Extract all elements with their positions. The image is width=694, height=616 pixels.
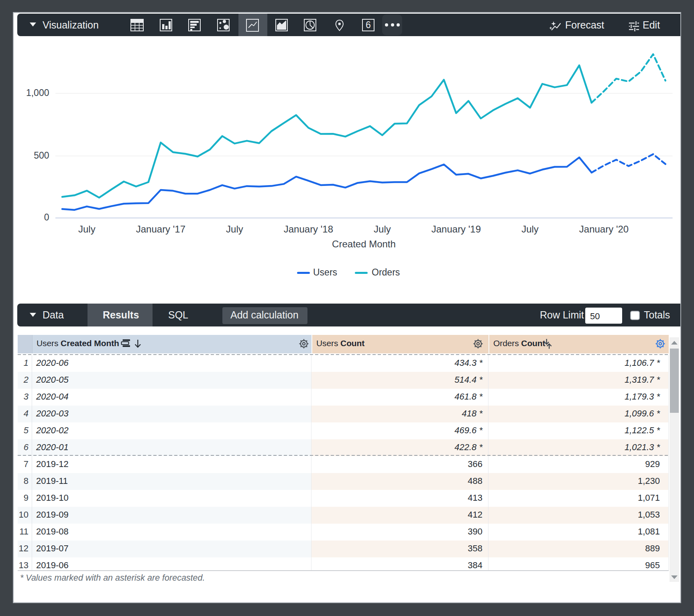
svg-text:July: July [78, 224, 96, 235]
svg-text:January '18: January '18 [284, 224, 333, 235]
svg-text:January '17: January '17 [136, 224, 185, 235]
svg-text:0: 0 [44, 212, 49, 222]
svg-text:July: July [226, 224, 243, 235]
svg-text:Orders: Orders [372, 267, 400, 277]
svg-text:Users: Users [313, 267, 337, 277]
svg-text:January '20: January '20 [579, 224, 629, 235]
svg-text:1,000: 1,000 [26, 88, 49, 98]
svg-text:500: 500 [34, 150, 49, 161]
svg-text:Created Month: Created Month [332, 239, 396, 249]
svg-text:July: July [521, 224, 539, 235]
svg-text:July: July [374, 224, 391, 235]
svg-text:January '19: January '19 [431, 224, 481, 235]
